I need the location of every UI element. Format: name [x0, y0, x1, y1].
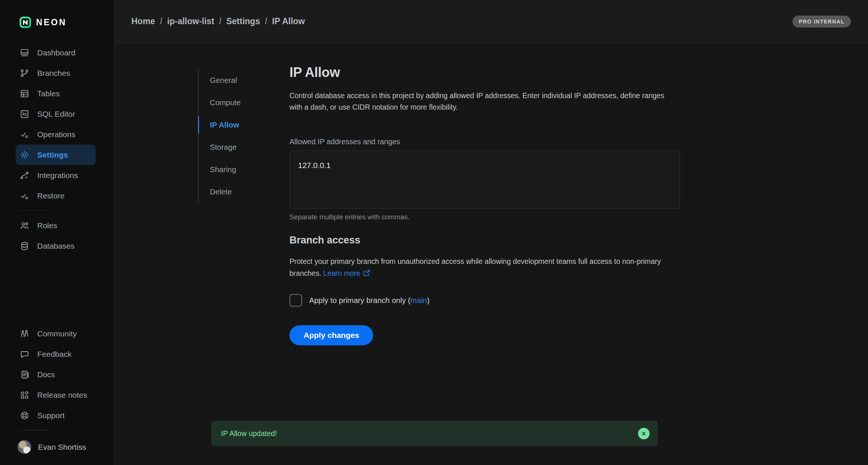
sidebar-item-roles[interactable]: Roles	[16, 215, 96, 236]
plan-badge: PRO INTERNAL	[792, 16, 851, 28]
primary-branch-checkbox-label: Apply to primary branch only (main)	[309, 296, 430, 305]
sidebar-divider	[20, 210, 48, 211]
sidebar-item-operations[interactable]: Operations	[16, 124, 96, 145]
toast-close-button[interactable]	[638, 428, 650, 439]
breadcrumb-separator: /	[160, 16, 162, 26]
sidebar-spacer	[0, 256, 114, 323]
sidebar-item-integrations[interactable]: Integrations	[16, 165, 96, 185]
subnav-item-compute[interactable]: Compute	[199, 91, 266, 114]
neon-console: NEON Dashboard Branches Tables SQL Edito…	[0, 0, 868, 465]
document-icon	[20, 370, 29, 380]
community-icon	[20, 329, 29, 339]
sidebar-item-branches[interactable]: Branches	[16, 63, 96, 83]
branch-access-title: Branch access	[289, 235, 680, 246]
close-icon	[641, 431, 647, 436]
subnav-item-delete[interactable]: Delete	[199, 181, 266, 203]
git-branch-icon	[20, 68, 29, 78]
release-notes-icon	[20, 390, 29, 400]
sidebar-item-feedback[interactable]: Feedback	[16, 344, 96, 364]
breadcrumb-separator: /	[219, 16, 221, 26]
sidebar-item-support[interactable]: Support	[16, 405, 96, 426]
breadcrumb-current: IP Allow	[272, 16, 305, 26]
sidebar-main-nav: Dashboard Branches Tables SQL Editor Ope…	[0, 42, 114, 206]
sidebar-secondary-nav: Roles Databases	[0, 215, 114, 256]
subnav-item-general[interactable]: General	[199, 69, 266, 91]
success-toast: IP Allow updated!	[211, 421, 658, 446]
page-title: IP Allow	[289, 65, 680, 80]
subnav-item-sharing[interactable]: Sharing	[199, 158, 266, 181]
breadcrumb-home[interactable]: Home	[131, 16, 155, 26]
dashboard-icon	[20, 48, 29, 58]
page-description: Control database access in this project …	[289, 90, 667, 113]
settings-subnav: General Compute IP Allow Storage Sharing…	[198, 69, 266, 203]
user-name: Evan Shortiss	[38, 443, 86, 452]
sidebar: NEON Dashboard Branches Tables SQL Edito…	[0, 0, 114, 465]
checklist-icon	[20, 130, 29, 139]
toast-message: IP Allow updated!	[221, 429, 277, 438]
breadcrumb-separator: /	[265, 16, 267, 26]
sidebar-item-community[interactable]: Community	[16, 323, 96, 344]
database-icon	[20, 241, 29, 251]
ip-allow-panel: IP Allow Control database access in this…	[289, 65, 680, 345]
subnav-item-ip-allow[interactable]: IP Allow	[199, 114, 266, 136]
subnav-item-storage[interactable]: Storage	[199, 136, 266, 158]
sidebar-item-restore[interactable]: Restore	[16, 185, 96, 206]
sidebar-item-docs[interactable]: Docs	[16, 364, 96, 385]
ip-field-helper: Separate multiple entries with commas.	[289, 213, 680, 221]
breadcrumb-settings[interactable]: Settings	[226, 16, 260, 26]
main-branch-link[interactable]: main	[410, 296, 427, 304]
neon-logo-icon	[19, 16, 31, 28]
sidebar-item-databases[interactable]: Databases	[16, 236, 96, 256]
restore-checklist-icon	[20, 191, 29, 201]
breadcrumb: Home / ip-allow-list / Settings / IP All…	[131, 16, 305, 26]
ip-addresses-textarea[interactable]: 127.0.0.1	[289, 151, 680, 209]
workflow-icon	[20, 171, 29, 180]
external-link-icon	[363, 269, 371, 277]
brand-logo[interactable]: NEON	[0, 0, 114, 42]
lifebuoy-icon	[20, 411, 29, 420]
user-menu[interactable]: Evan Shortiss	[0, 435, 114, 465]
users-icon	[20, 221, 29, 230]
sidebar-divider-bottom	[20, 430, 48, 430]
learn-more-link[interactable]: Learn more	[323, 269, 371, 277]
brand-wordmark: NEON	[36, 17, 67, 28]
gear-icon	[20, 150, 29, 160]
sidebar-item-tables[interactable]: Tables	[16, 83, 96, 104]
top-header: Home / ip-allow-list / Settings / IP All…	[114, 0, 868, 43]
sidebar-item-release-notes[interactable]: Release notes	[16, 385, 96, 405]
branch-access-description: Protect your primary branch from unautho…	[289, 256, 667, 279]
sidebar-item-dashboard[interactable]: Dashboard	[16, 42, 96, 63]
table-icon	[20, 89, 29, 99]
ip-field-label: Allowed IP addresses and ranges	[289, 138, 680, 146]
speech-bubble-icon	[20, 349, 29, 359]
terminal-icon	[20, 109, 29, 119]
sidebar-footer-nav: Community Feedback Docs Release notes Su…	[0, 323, 114, 426]
primary-branch-checkbox[interactable]	[289, 294, 302, 307]
primary-branch-checkbox-row: Apply to primary branch only (main)	[289, 294, 680, 307]
sidebar-item-sql-editor[interactable]: SQL Editor	[16, 104, 96, 124]
avatar	[17, 440, 31, 454]
breadcrumb-project[interactable]: ip-allow-list	[167, 16, 214, 26]
sidebar-item-settings[interactable]: Settings	[16, 145, 96, 165]
apply-changes-button[interactable]: Apply changes	[289, 325, 373, 345]
